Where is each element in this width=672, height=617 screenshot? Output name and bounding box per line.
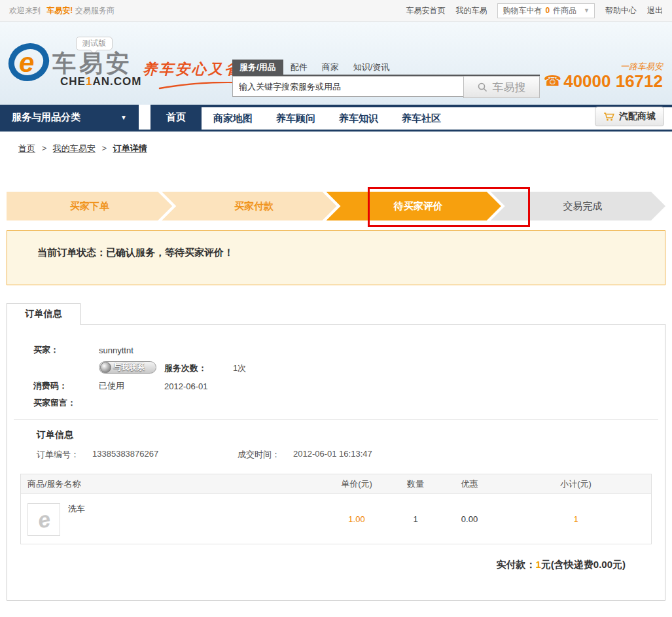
step-awaiting-review: 待买家评价 bbox=[327, 192, 501, 220]
total-label: 实付款： bbox=[496, 559, 535, 570]
parts-mall-button[interactable]: 汽配商城 bbox=[595, 107, 664, 126]
svg-text:e: e bbox=[19, 47, 34, 78]
service-count-label: 服务次数： bbox=[164, 362, 233, 374]
cart-count: 0 bbox=[545, 6, 550, 15]
table-row: e 洗车 1.00 1 0.00 1 bbox=[21, 494, 651, 544]
buyer-message-label: 买家留言： bbox=[33, 397, 99, 409]
brand-logo-icon[interactable]: e bbox=[8, 41, 50, 83]
contact-me-button[interactable]: 与我联系 bbox=[99, 361, 156, 374]
product-name[interactable]: 洗车 bbox=[68, 503, 85, 515]
service-count-value: 1次 bbox=[233, 362, 665, 374]
topbar: 欢迎来到 车易安! 交易服务商 车易安首页 我的车易 购物车中有 0 件商品 ▼… bbox=[0, 0, 672, 22]
order-info-heading: 订单信息 bbox=[7, 420, 665, 441]
main-nav: 服务与用品分类 ▼ 首页 商家地图 养车顾问 养车知识 养车社区 汽配商城 bbox=[0, 105, 672, 132]
topbar-brand-link[interactable]: 车易安! bbox=[46, 6, 73, 15]
nav-item-car-knowledge[interactable]: 养车知识 bbox=[327, 105, 390, 130]
breadcrumb-my-account[interactable]: 我的车易安 bbox=[53, 143, 96, 153]
header-discount: 优惠 bbox=[438, 478, 501, 490]
search-button[interactable]: 车易搜 bbox=[463, 76, 540, 98]
welcome-text: 欢迎来到 bbox=[9, 6, 41, 15]
cart-prefix: 购物车中有 bbox=[503, 5, 542, 16]
order-items-table: 商品/服务名称 单价(元) 数量 优惠 小计(元) e 洗车 1.00 1 0.… bbox=[20, 474, 652, 544]
table-header-row: 商品/服务名称 单价(元) 数量 优惠 小计(元) bbox=[21, 474, 651, 494]
total-amount: 1 bbox=[535, 559, 540, 570]
topbar-logout-link[interactable]: 退出 bbox=[647, 5, 663, 16]
breadcrumb-separator: > bbox=[101, 143, 107, 153]
cart-suffix: 件商品 bbox=[553, 5, 576, 16]
product-thumbnail[interactable]: e bbox=[27, 503, 60, 536]
chevron-down-icon: ▼ bbox=[584, 7, 590, 14]
step-payment-made: 买家付款 bbox=[162, 192, 336, 220]
nav-item-home[interactable]: 首页 bbox=[150, 105, 202, 130]
search-tab-parts[interactable]: 配件 bbox=[283, 60, 315, 75]
search-button-label: 车易搜 bbox=[493, 80, 526, 95]
step-transaction-complete: 交易完成 bbox=[491, 192, 665, 220]
hotline-number: 40000 16712 bbox=[563, 73, 663, 90]
parts-mall-label: 汽配商城 bbox=[619, 111, 656, 122]
category-menu-label: 服务与用品分类 bbox=[12, 111, 80, 124]
order-total: 实付款：1元(含快递费0.00元) bbox=[7, 544, 665, 571]
step-order-placed: 买家下单 bbox=[7, 192, 172, 220]
coupon-code-label: 消费码： bbox=[33, 380, 99, 392]
order-info-row: 订单编号： 13385383876267 成交时间： 2012-06-01 16… bbox=[7, 441, 665, 461]
coupon-code-date: 2012-06-01 bbox=[164, 381, 233, 391]
contact-icon bbox=[100, 362, 111, 373]
order-status-text: 当前订单状态：已确认服务，等待买家评价！ bbox=[37, 247, 234, 258]
coupon-code-status: 已使用 bbox=[99, 380, 164, 392]
search-tab-knowledge[interactable]: 知识/资讯 bbox=[346, 60, 397, 75]
search-module: 服务/用品 配件 商家 知识/资讯 车易搜 bbox=[232, 60, 540, 98]
header-item-name: 商品/服务名称 bbox=[21, 478, 321, 490]
topbar-home-link[interactable]: 车易安首页 bbox=[406, 5, 445, 16]
site-header: e 测试版 车易安 CHE1AN.COM 养车安心又省钱! 服务/用品 配件 商… bbox=[0, 22, 672, 105]
role-text: 交易服务商 bbox=[75, 6, 115, 15]
subtotal-value: 1 bbox=[501, 494, 651, 544]
search-input[interactable] bbox=[232, 76, 463, 97]
nav-menu: 首页 商家地图 养车顾问 养车知识 养车社区 bbox=[150, 105, 453, 130]
hotline: 一路车易安 ☎ 40000 16712 bbox=[544, 61, 663, 90]
topbar-my-link[interactable]: 我的车易 bbox=[455, 5, 487, 16]
cart-icon bbox=[603, 112, 615, 122]
unit-price-value: 1.00 bbox=[321, 494, 393, 544]
nav-item-car-advisor[interactable]: 养车顾问 bbox=[264, 105, 327, 130]
breadcrumb-order-detail: 订单详情 bbox=[113, 143, 147, 153]
tab-order-info[interactable]: 订单信息 bbox=[7, 303, 80, 325]
brand-domain: CHE1AN.COM bbox=[60, 75, 141, 88]
category-menu-button[interactable]: 服务与用品分类 ▼ bbox=[0, 105, 139, 130]
search-icon bbox=[478, 82, 487, 92]
search-tab-merchants[interactable]: 商家 bbox=[315, 60, 346, 75]
buyer-label: 买家： bbox=[33, 344, 99, 356]
phone-icon: ☎ bbox=[544, 73, 561, 90]
buyer-name: sunnyttnt bbox=[99, 345, 665, 355]
total-suffix: 元(含快递费0.00元) bbox=[541, 559, 626, 570]
breadcrumb-home[interactable]: 首页 bbox=[18, 143, 35, 153]
placeholder-logo-icon: e bbox=[35, 506, 53, 533]
header-quantity: 数量 bbox=[393, 478, 438, 490]
discount-value: 0.00 bbox=[438, 494, 501, 544]
chevron-down-icon: ▼ bbox=[120, 114, 127, 121]
buyer-info: 买家： sunnyttnt 与我联系 服务次数： 1次 消费码： 已使用 201… bbox=[7, 344, 665, 409]
order-detail-panel: 买家： sunnyttnt 与我联系 服务次数： 1次 消费码： 已使用 201… bbox=[7, 324, 665, 601]
breadcrumb-separator: > bbox=[42, 143, 47, 153]
breadcrumb: 首页 > 我的车易安 > 订单详情 bbox=[0, 132, 672, 154]
deal-time-value: 2012-06-01 16:13:47 bbox=[293, 449, 372, 461]
order-status-banner: 当前订单状态：已确认服务，等待买家评价！ bbox=[7, 230, 665, 285]
order-section: 订单信息 买家： sunnyttnt 与我联系 服务次数： 1次 消费码： 已使… bbox=[7, 303, 665, 601]
nav-item-merchant-map[interactable]: 商家地图 bbox=[202, 105, 264, 130]
nav-item-car-community[interactable]: 养车社区 bbox=[390, 105, 453, 130]
order-progress-steps: 买家下单 买家付款 待买家评价 交易完成 bbox=[7, 192, 665, 220]
topbar-help-link[interactable]: 帮助中心 bbox=[605, 5, 637, 16]
search-tab-services[interactable]: 服务/用品 bbox=[232, 60, 283, 75]
header-unit-price: 单价(元) bbox=[321, 478, 393, 490]
order-number-value: 13385383876267 bbox=[92, 449, 223, 461]
header-subtotal: 小计(元) bbox=[501, 478, 651, 490]
cart-dropdown[interactable]: 购物车中有 0 件商品 ▼ bbox=[497, 3, 595, 18]
contact-me-label: 与我联系 bbox=[113, 362, 145, 373]
deal-time-label: 成交时间： bbox=[238, 449, 293, 461]
quantity-value: 1 bbox=[393, 494, 438, 544]
order-number-label: 订单编号： bbox=[37, 449, 92, 461]
search-tabs: 服务/用品 配件 商家 知识/资讯 bbox=[232, 60, 540, 76]
topbar-welcome: 欢迎来到 车易安! 交易服务商 bbox=[9, 5, 118, 16]
